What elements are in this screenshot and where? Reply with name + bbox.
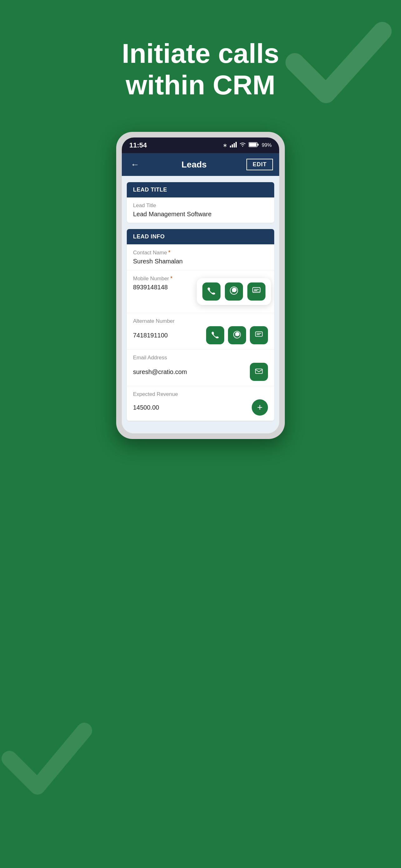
call-button-alternate[interactable]	[206, 326, 224, 344]
signal-icon	[230, 142, 237, 149]
battery-icon	[248, 142, 259, 149]
whatsapp-icon	[230, 286, 238, 297]
nav-bar: ← Leads EDIT	[122, 153, 279, 176]
bluetooth-icon: ∗	[223, 142, 227, 149]
svg-rect-5	[249, 143, 257, 146]
phone-mockup: 11:54 ∗	[116, 132, 285, 439]
lead-info-section: LEAD INFO Contact Name * Suresh Shamalan…	[127, 229, 274, 421]
call-button-mobile[interactable]	[202, 282, 221, 301]
status-icons: ∗	[223, 142, 272, 149]
nav-title: Leads	[181, 160, 207, 170]
call-icon	[207, 286, 216, 297]
whatsapp-icon-alt	[233, 331, 241, 340]
expected-revenue-value: 14500.00	[133, 404, 159, 411]
alternate-number-value: 7418191100	[133, 332, 168, 339]
required-indicator: *	[168, 249, 170, 256]
alternate-number-label: Alternate Number	[133, 318, 268, 324]
contact-name-label: Contact Name *	[133, 249, 268, 256]
email-icon	[255, 367, 263, 376]
lead-title-value: Lead Management Software	[133, 211, 268, 218]
lead-info-header: LEAD INFO	[127, 229, 274, 244]
svg-rect-12	[256, 332, 262, 337]
email-row: suresh@cratio.com	[133, 363, 268, 381]
edit-button[interactable]: EDIT	[246, 159, 273, 170]
email-value: suresh@cratio.com	[133, 368, 187, 376]
battery-percent: 99%	[262, 143, 272, 148]
sms-icon	[252, 286, 261, 297]
mobile-popup-actions	[197, 278, 271, 305]
svg-rect-0	[230, 146, 231, 148]
email-button[interactable]	[250, 363, 268, 381]
email-label: Email Address	[133, 354, 268, 361]
back-icon: ←	[131, 160, 139, 170]
svg-rect-2	[234, 143, 235, 148]
svg-rect-15	[256, 369, 262, 374]
alternate-number-field: Alternate Number 7418191100	[127, 313, 274, 350]
svg-rect-3	[235, 142, 237, 148]
sms-button-mobile[interactable]	[247, 282, 265, 301]
sms-icon-alt	[255, 331, 263, 340]
plus-icon: +	[257, 403, 263, 412]
bg-decoration-bottom	[0, 712, 94, 806]
phone-screen: 11:54 ∗	[122, 137, 279, 433]
lead-title-label: Lead Title	[133, 203, 268, 209]
whatsapp-button-mobile[interactable]	[225, 282, 243, 301]
add-revenue-button[interactable]: +	[252, 399, 268, 415]
lead-info-header-text: LEAD INFO	[133, 234, 165, 240]
expected-revenue-field: Expected Revenue 14500.00 +	[127, 386, 274, 421]
contact-name-value: Suresh Shamalan	[133, 258, 268, 265]
lead-title-field: Lead Title Lead Management Software	[127, 197, 274, 223]
content-area: LEAD TITLE Lead Title Lead Management So…	[122, 176, 279, 433]
svg-rect-8	[253, 287, 260, 292]
expected-revenue-label: Expected Revenue	[133, 391, 268, 398]
svg-rect-6	[257, 144, 259, 146]
status-bar: 11:54 ∗	[122, 137, 279, 153]
lead-title-section: LEAD TITLE Lead Title Lead Management So…	[127, 182, 274, 223]
wifi-icon	[239, 142, 246, 149]
required-indicator-mobile: *	[170, 275, 172, 282]
lead-title-header: LEAD TITLE	[127, 182, 274, 197]
sms-button-alternate[interactable]	[250, 326, 268, 344]
whatsapp-button-alternate[interactable]	[228, 326, 246, 344]
alternate-action-buttons	[206, 326, 268, 344]
lead-title-header-text: LEAD TITLE	[133, 187, 167, 193]
svg-rect-1	[232, 144, 233, 148]
call-icon-alt	[211, 331, 219, 340]
status-time: 11:54	[129, 141, 147, 149]
email-field: Email Address suresh@cratio.com	[127, 350, 274, 386]
back-button[interactable]: ←	[128, 159, 142, 170]
expected-revenue-row: 14500.00 +	[133, 399, 268, 415]
mobile-number-field: Mobile Number * 8939148148	[127, 270, 274, 313]
alternate-number-row: 7418191100	[133, 326, 268, 344]
hero-title: Initiate calls within CRM	[103, 37, 298, 101]
contact-name-field: Contact Name * Suresh Shamalan	[127, 244, 274, 270]
